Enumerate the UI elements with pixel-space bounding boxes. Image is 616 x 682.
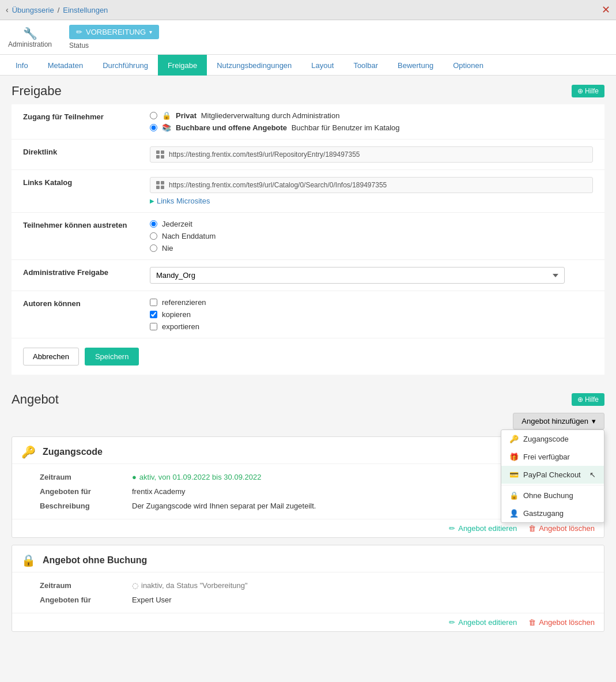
caret-icon: ▾ [149, 29, 152, 35]
person-icon-menu: 👤 [509, 509, 519, 518]
grid-icon-katalog [156, 181, 164, 189]
offer-ohne-buchung-edit[interactable]: ✏ Angebot editieren [449, 618, 517, 627]
add-offer-area: Angebot hinzufügen ▾ 🔑 Zugangscode 🎁 Fre… [12, 413, 604, 429]
dropdown-ohne-buchung[interactable]: 🔒 Ohne Buchung [501, 487, 604, 504]
autoren-control: referenzieren kopieren exportieren [150, 298, 593, 331]
grid-icon-direktlink [156, 150, 164, 159]
breadcrumb-part2[interactable]: Einstellungen [63, 6, 108, 14]
direktlink-url: https://testing.frentix.com/test9/url/Re… [169, 150, 360, 159]
dropdown-frei-verfuegbar[interactable]: 🎁 Frei verfügbar [501, 448, 604, 466]
offer-zeitraum-label: Zeitraum [40, 473, 132, 481]
offer2-zeitraum-label: Zeitraum [40, 581, 132, 590]
main-content: Freigabe ⊕ Hilfe Zugang für Teilnehmer 🔒… [0, 76, 616, 650]
offer-ohne-buchung-title: Angebot ohne Buchung [43, 555, 147, 566]
dropdown-paypal[interactable]: 💳 PayPal Checkout ↖ [501, 466, 604, 484]
edit-icon-offer1: ✏ [449, 524, 455, 533]
austritt-jederzeit-input[interactable] [150, 220, 157, 228]
add-offer-button[interactable]: Angebot hinzufügen ▾ [513, 413, 604, 429]
access-radio-buchbar-input[interactable] [150, 124, 157, 131]
breadcrumb-separator: / [58, 6, 60, 14]
tab-layout[interactable]: Layout [301, 55, 343, 76]
direktlink-row: Direktlink https://testing.frentix.com/t… [12, 140, 604, 170]
autoren-kopieren-checkbox[interactable] [150, 311, 157, 318]
autoren-referenzieren-checkbox[interactable] [150, 299, 157, 306]
dropdown-divider [501, 485, 604, 485]
add-offer-label: Angebot hinzufügen [521, 417, 588, 425]
tab-info[interactable]: Info [6, 55, 38, 76]
admin-label: Administration [8, 40, 52, 48]
status-group: ✏ VORBEREITUNG ▾ Status [69, 25, 159, 50]
breadcrumb-part1[interactable]: Übungsserie [12, 6, 54, 14]
autoren-referenzieren-label: referenzieren [162, 298, 206, 307]
microsite-label: Links Microsites [157, 197, 210, 205]
offer-zugangscode-delete[interactable]: 🗑 Angebot löschen [528, 524, 595, 533]
offer-ohne-buchung-actions: ✏ Angebot editieren 🗑 Angebot löschen [12, 613, 604, 631]
direktlink-display: https://testing.frentix.com/test9/url/Re… [150, 146, 593, 163]
katalog-label: Links Katalog [23, 177, 150, 187]
access-radio-buchbar: 📚 Buchbare und offene Angebote Buchbar f… [150, 123, 593, 132]
tab-durchfuehrung[interactable]: Durchführung [93, 55, 158, 76]
form-buttons: Abbrechen Speichern [12, 338, 604, 375]
austritt-jederzeit-label: Jederzeit [162, 220, 192, 228]
offer-zugangscode-title: Zugangscode [43, 447, 103, 457]
add-offer-dropdown: 🔑 Zugangscode 🎁 Frei verfügbar 💳 PayPal … [501, 429, 604, 523]
autoren-exportieren-label: exportieren [162, 322, 199, 331]
tab-metadaten[interactable]: Metadaten [38, 55, 93, 76]
tab-freigabe[interactable]: Freigabe [158, 55, 207, 76]
status-btn-label: VORBEREITUNG [86, 28, 146, 36]
angebot-title: Angebot [12, 392, 59, 407]
freigabe-section-header: Freigabe ⊕ Hilfe [12, 76, 604, 104]
offer-ohne-buchung-delete[interactable]: 🗑 Angebot löschen [528, 618, 595, 627]
offer-card-ohne-buchung: 🔒 Angebot ohne Buchung Zeitraum ◌ inakti… [12, 545, 604, 632]
offer-zugangscode-edit[interactable]: ✏ Angebot editieren [449, 524, 517, 533]
austritt-row: Teilnehmer können austreten Jederzeit Na… [12, 213, 604, 260]
access-control: 🔒 Privat Mitgliederverwaltung durch Admi… [150, 111, 593, 132]
close-button[interactable]: ✕ [602, 3, 610, 16]
admin-freigabe-select[interactable]: Mandy_Org [150, 267, 565, 284]
katalog-display: https://testing.frentix.com/test9/url/Ca… [150, 177, 593, 193]
cursor-icon: ↖ [589, 470, 596, 479]
access-privat-label: Privat Mitgliederverwaltung durch Admini… [176, 111, 339, 120]
dropdown-zugangscode[interactable]: 🔑 Zugangscode [501, 430, 604, 448]
angebot-help-button[interactable]: ⊕ Hilfe [572, 393, 604, 406]
dropdown-zugangscode-label: Zugangscode [523, 435, 569, 443]
tab-toolbar[interactable]: Toolbar [343, 55, 388, 76]
access-radio-privat-input[interactable] [150, 112, 157, 119]
status-label: Status [69, 42, 89, 50]
back-arrow[interactable]: ‹ [6, 5, 9, 14]
breadcrumb-bar: ‹ Übungsserie / Einstellungen ✕ [0, 0, 616, 20]
status-button[interactable]: ✏ VORBEREITUNG ▾ [69, 25, 159, 39]
autoren-kopieren: kopieren [150, 310, 593, 319]
book-icon: 📚 [162, 123, 171, 132]
lock-icon: 🔒 [162, 111, 171, 120]
admin-item[interactable]: 🔧 Administration [8, 27, 52, 48]
wrench-icon: 🔧 [23, 27, 37, 40]
dropdown-gastzugang[interactable]: 👤 Gastzugang [501, 504, 604, 522]
trash-icon-offer2: 🗑 [528, 618, 536, 627]
access-radio-privat: 🔒 Privat Mitgliederverwaltung durch Admi… [150, 111, 593, 120]
cancel-button[interactable]: Abbrechen [23, 348, 79, 366]
freigabe-help-button[interactable]: ⊕ Hilfe [572, 85, 604, 97]
austritt-enddatum-input[interactable] [150, 232, 157, 240]
offer-zugangscode-icon: 🔑 [21, 445, 36, 459]
autoren-row: Autoren können referenzieren kopieren ex… [12, 291, 604, 338]
autoren-referenzieren: referenzieren [150, 298, 593, 307]
austritt-nie-input[interactable] [150, 244, 157, 252]
tabs-bar: Info Metadaten Durchführung Freigabe Nut… [0, 55, 616, 76]
key-icon: 🔑 [509, 435, 519, 443]
tab-bewertung[interactable]: Bewertung [388, 55, 443, 76]
angebot-section: Angebot ⊕ Hilfe Angebot hinzufügen ▾ 🔑 Z… [12, 386, 604, 632]
tab-optionen[interactable]: Optionen [443, 55, 493, 76]
tab-nutzungsbedingungen[interactable]: Nutzungsbedingungen [207, 55, 301, 76]
breadcrumb-left: ‹ Übungsserie / Einstellungen [6, 5, 108, 14]
autoren-exportieren-checkbox[interactable] [150, 323, 157, 330]
admin-freigabe-row: Administrative Freigabe Mandy_Org [12, 260, 604, 291]
austritt-nie-label: Nie [162, 244, 173, 253]
offer-beschreibung-label: Beschreibung [40, 502, 132, 510]
links-microsite[interactable]: Links Microsites [150, 197, 593, 205]
angebot-title-area: Angebot ⊕ Hilfe [12, 392, 604, 407]
autoren-kopieren-label: kopieren [162, 310, 191, 319]
autoren-checkbox-group: referenzieren kopieren exportieren [150, 298, 593, 331]
offer2-angeboten-label: Angeboten für [40, 596, 132, 604]
save-button[interactable]: Speichern [85, 348, 139, 366]
